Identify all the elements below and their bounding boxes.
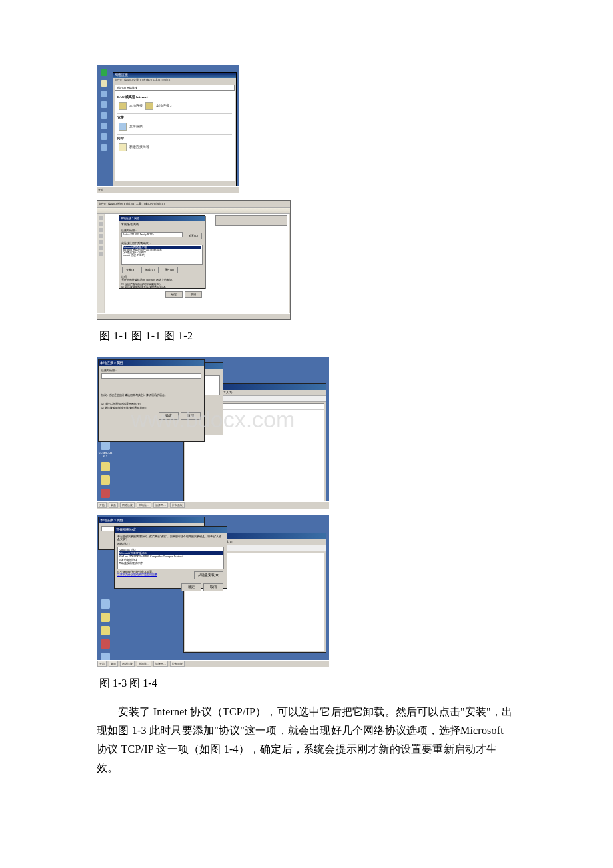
properties-dialog: 本地连接 2 属性 常规 验证 高级 连接时使用： Realtek RTL813…	[119, 215, 205, 289]
matlab-icon	[101, 599, 110, 609]
start-button[interactable]: 开始	[97, 661, 107, 667]
protocol-list: AppleTalk 协议 Microsoft TCP/IP 版本 6 NWLin…	[117, 547, 224, 569]
dialog-title: 本地连接 2 属性	[99, 360, 204, 366]
body-paragraph: 安装了 Internet 协议（TCP/IP），可以选中它后把它卸载。然后可以点…	[97, 703, 516, 777]
document-page: 网络连接 文件(F) 编辑(E) 查看(V) 收藏(A) 工具(T) 帮助(H)…	[0, 0, 613, 817]
wizard-item: 新建连接向导	[115, 141, 235, 153]
ok-button[interactable]: 确定	[159, 412, 179, 420]
caption-1: 图 1-1 图 1-1 图 1-2	[99, 329, 516, 343]
prompt: 单击您想安装的网络协议，然后单击"确定"。如果您有这个组件的安装磁盘，请单击"从…	[117, 535, 224, 541]
wizard-icon	[119, 143, 127, 151]
cancel-button[interactable]: 取消	[185, 291, 202, 298]
list-item[interactable]: 网络监视器驱动程序	[119, 561, 223, 565]
bb-item: 宽带连接	[115, 121, 235, 133]
from-disk-button[interactable]: 从磁盘安装(H)	[194, 571, 223, 579]
task-item[interactable]: 桌面	[109, 661, 118, 667]
explorer-window: 网络连接 文件(F) 编辑(E) 查看(V) 收藏(A) 工具(T) 帮助(H)…	[113, 72, 237, 188]
task-item[interactable]: 网络连接	[120, 502, 135, 508]
taskbar: 开始 桌面 网络连接 本地连… 选择网… 控制面板	[97, 660, 329, 667]
group-label: 宽带	[117, 113, 232, 119]
group-label: 向导	[117, 134, 232, 140]
connection-icon	[119, 123, 127, 131]
caption-2: 图 1-3 图 1-4	[99, 677, 516, 691]
list-label: 网络协议：	[117, 542, 224, 545]
cancel-button[interactable]: 取消	[203, 583, 223, 591]
desc-text: 允许您的计算机访问 Microsoft 网络上的资源。	[121, 279, 203, 281]
checkbox-row[interactable]: ☑ 连接后在通知区域显示图标(W)	[101, 402, 201, 405]
task-item[interactable]: 控制面板	[170, 661, 185, 667]
app-icon	[101, 639, 110, 649]
folder-icon	[101, 475, 110, 485]
desc: 协议 : 协议是您的计算机用来与其它计算机通讯的语言。	[101, 393, 201, 400]
task-item[interactable]: 网络连接	[120, 661, 135, 667]
task-item[interactable]: 本地连…	[137, 502, 151, 508]
ok-button[interactable]: 确定	[165, 291, 183, 298]
taskbar: 开始 桌面 网络连接 本地连… 选择网… 控制面板	[97, 501, 329, 509]
address-bar: 地址(D) 网络连接	[115, 85, 235, 91]
desktop-icons	[97, 65, 111, 193]
matlab-icon	[101, 441, 110, 450]
properties-dialog: 本地连接 2 属性 连接时使用： 协议 : 协议是您的计算机用来与其它计算机通讯…	[98, 359, 205, 442]
app-toolbar	[97, 208, 290, 214]
folder-icon	[101, 613, 110, 622]
content-area: LAN 或高速 Internet 本地连接 本地连接 2 宽带 宽带连接 向导 …	[115, 91, 235, 181]
figure-2: 文件(F) 编辑(E) 视图(V) 插入(I) 工具(T) 窗口(W) 帮助(H…	[97, 200, 291, 320]
task-item[interactable]: 选择网…	[153, 661, 168, 667]
cancel-button[interactable]: 取消	[181, 412, 201, 420]
ok-button[interactable]: 确定	[181, 583, 201, 591]
figure-3: www.bdocx.com MATLAB 6.5 选择网络组件类型 单击要安装的…	[97, 357, 329, 509]
menubar: 文件(F) 编辑(E) 查看(V) 收藏(A) 工具(T) 帮助(H)	[113, 78, 236, 83]
folder-icon	[101, 626, 110, 635]
install-button[interactable]: 安装(N)	[122, 267, 139, 273]
properties-button[interactable]: 属性(R)	[161, 267, 178, 273]
start-button[interactable]: 开始	[97, 502, 107, 508]
select-protocol-dialog: 选择网络协议 单击您想安装的网络协议，然后单击"确定"。如果您有这个组件的安装磁…	[114, 526, 227, 589]
dialog-title: 本地连接 2 属性	[119, 216, 205, 221]
label: 连接时使用：	[101, 369, 201, 372]
app-icon	[101, 489, 110, 498]
folder-icon	[101, 462, 110, 471]
checkbox-row[interactable]: ☑ 此连接被限制或无连接时通知我(M)	[101, 406, 201, 409]
statusbar	[97, 313, 290, 319]
taskbar: 开始	[97, 186, 239, 193]
figure-1: 网络连接 文件(F) 编辑(E) 查看(V) 收藏(A) 工具(T) 帮助(H)…	[97, 65, 239, 193]
tabs: 常规 验证 高级	[121, 223, 203, 227]
connection-icon	[119, 102, 127, 110]
task-item[interactable]: 本地连…	[137, 661, 151, 667]
task-item[interactable]: 选择网…	[153, 502, 168, 508]
connection-icon	[145, 102, 153, 110]
task-item[interactable]: 桌面	[109, 502, 118, 508]
titlebar: 网络连接	[113, 73, 236, 78]
lan-item: 本地连接 本地连接 2	[115, 100, 235, 112]
paragraph-text: 安装了 Internet 协议（TCP/IP），可以选中它后把它卸载。然后可以点…	[97, 703, 516, 777]
tell-me-link[interactable]: 告诉我为什么驱动程序签名很重要	[117, 573, 157, 576]
uninstall-button[interactable]: 卸载(U)	[141, 267, 159, 273]
configure-button[interactable]: 配置(C)	[185, 233, 202, 239]
app-menubar: 文件(F) 编辑(E) 视图(V) 插入(I) 工具(T) 窗口(W) 帮助(H…	[97, 201, 290, 208]
app-sidebar	[97, 214, 104, 313]
dialog-title: 本地连接 2 属性	[99, 517, 204, 523]
checkbox-row[interactable]: ☑ 此连接被限制或无连接时通知我(M)	[121, 286, 203, 289]
dialog-title: 选择网络协议	[115, 527, 227, 533]
components-list: Microsoft 网络客户端 Microsoft 网络的文件和打印机共享 Qo…	[121, 245, 203, 265]
adapter-field: Realtek RTL8139 Family PCI Fa	[121, 232, 183, 237]
list-item[interactable]: Internet 协议 (TCP/IP)	[123, 254, 201, 257]
figure-4: 本地连接 2 属性 选择网络协议 单击您想安装的网络协议，然后单击"确定"。如果…	[97, 515, 329, 667]
task-item[interactable]: 控制面板	[170, 502, 185, 508]
group-label: LAN 或高速 Internet	[117, 93, 232, 99]
